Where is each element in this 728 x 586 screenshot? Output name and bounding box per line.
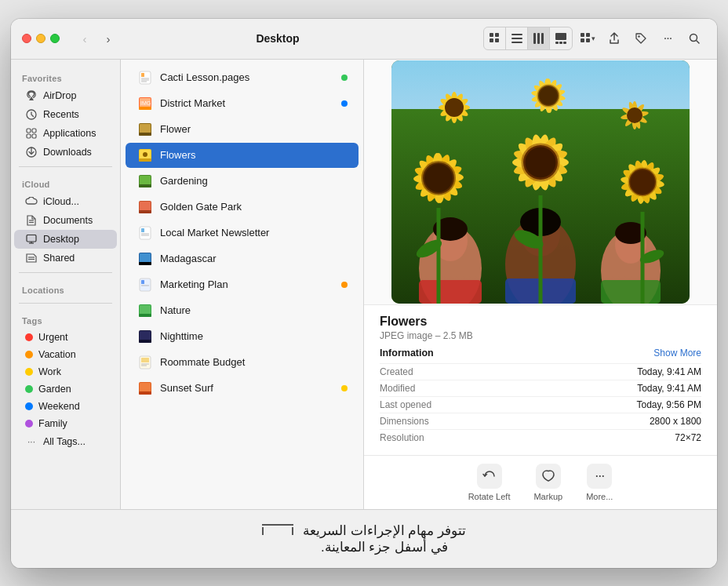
sidebar-item-family[interactable]: Family [14,415,117,432]
file-item-gardening[interactable]: Gardening [126,169,359,194]
svg-rect-6 [511,42,522,43]
sidebar-item-urgent[interactable]: Urgent [14,329,117,346]
svg-rect-55 [139,210,151,213]
madagascar-icon [136,250,154,268]
action-bar: Rotate Left Markup ··· More... [364,455,717,509]
recents-icon [25,108,38,121]
created-label: Created [380,366,413,377]
sidebar-item-shared[interactable]: Shared [14,249,117,268]
column-view-button[interactable] [528,27,550,49]
sidebar-item-garden[interactable]: Garden [14,380,117,398]
applications-icon [25,127,38,140]
file-item-nighttime[interactable]: Nighttime [126,324,359,349]
more-actions-icon: ··· [587,464,612,489]
airdrop-icon [25,89,38,102]
sidebar-item-applications[interactable]: Applications [14,124,117,143]
window-title: Desktop [78,32,477,45]
svg-rect-25 [32,134,36,138]
file-item-flowers[interactable]: Flowers [126,143,359,168]
file-item-district[interactable]: IMG District Market [126,91,359,116]
local-market-icon [136,224,154,242]
file-item-marketing[interactable]: Marketing Plan [126,272,359,297]
svg-rect-10 [555,33,566,40]
rotate-left-label: Rotate Left [468,492,511,501]
share-button[interactable] [602,27,626,49]
svg-rect-17 [586,38,590,42]
search-button[interactable] [682,27,706,49]
work-dot [25,368,33,376]
svg-point-85 [445,98,464,117]
svg-rect-35 [141,73,144,77]
group-button[interactable]: ▾ [576,27,599,49]
markup-button[interactable]: Markup [533,464,562,501]
callout-line: تتوفر مهام الإجراءات السريعة في أسفل جزء… [27,522,701,555]
more-actions-button[interactable]: ··· More... [586,464,613,501]
sidebar-item-documents[interactable]: Documents [14,211,117,230]
info-row-resolution: Resolution 72×72 [380,429,701,446]
sidebar-item-recents[interactable]: Recents [14,105,117,124]
maximize-button[interactable] [50,34,60,43]
svg-rect-0 [490,33,493,37]
more-options-button[interactable]: ··· [656,27,679,49]
sidebar-item-icloud[interactable]: iCloud... [14,192,117,211]
content-area: Favorites AirDrop [11,60,717,509]
cacti-name: Cacti Lesson.pages [160,71,335,83]
gardening-name: Gardening [160,175,348,187]
nature-name: Nature [160,304,348,316]
urgent-dot [25,333,33,341]
preview-panel: Flowers JPEG image – 2.5 MB Information … [364,60,717,509]
svg-rect-68 [139,314,151,317]
svg-rect-13 [563,42,566,44]
dimensions-label: Dimensions [380,416,429,427]
icon-view-button[interactable] [484,27,506,49]
marketing-badge [341,282,348,288]
file-item-golden-gate[interactable]: Golden Gate Park [126,195,359,220]
sidebar-item-desktop[interactable]: Desktop [14,230,117,249]
info-row-dimensions: Dimensions 2800 x 1800 [380,413,701,429]
golden-gate-name: Golden Gate Park [160,201,348,213]
file-item-nature[interactable]: Nature [126,298,359,323]
garden-label: Garden [38,384,71,395]
golden-gate-icon [136,198,154,216]
show-more-link[interactable]: Show More [653,348,701,359]
file-item-sunset[interactable]: Sunset Surf [126,376,359,401]
nighttime-icon [136,328,154,345]
minimize-button[interactable] [36,34,46,43]
file-item-local-market[interactable]: Local Market Newsletter [126,220,359,246]
sidebar-item-all-tags[interactable]: ··· All Tags... [14,432,117,451]
sunset-badge [341,385,348,391]
dimensions-value: 2800 x 1800 [650,416,701,427]
sidebar-divider-2 [19,272,112,273]
info-row-last-opened: Last opened Today, 9:56 PM [380,396,701,413]
svg-rect-9 [541,33,544,44]
close-button[interactable] [22,34,31,43]
roommate-icon [136,354,154,371]
sidebar-item-airdrop[interactable]: AirDrop [14,86,117,105]
sidebar-item-vacation[interactable]: Vacation [14,346,117,363]
sidebar-item-weekend[interactable]: Weekend [14,398,117,415]
file-item-flower[interactable]: Flower [126,117,359,142]
callout-text: تتوفر مهام الإجراءات السريعة في أسفل جزء… [303,522,466,555]
svg-rect-67 [140,305,151,315]
tag-button[interactable] [629,27,653,49]
vacation-label: Vacation [38,349,76,360]
rotate-left-button[interactable]: Rotate Left [468,464,511,501]
file-item-cacti[interactable]: Cacti Lesson.pages [126,65,359,90]
svg-rect-41 [139,107,151,110]
svg-text:IMG: IMG [140,100,151,106]
svg-rect-52 [139,184,151,187]
sidebar-item-work[interactable]: Work [14,363,117,380]
toolbar-right: ▾ ··· [483,27,706,50]
rotate-left-icon [477,464,502,489]
sidebar-item-downloads[interactable]: Downloads [14,143,117,162]
svg-rect-23 [32,129,36,133]
work-label: Work [38,366,61,377]
file-item-roommate[interactable]: Roommate Budget [126,350,359,375]
gallery-view-button[interactable] [550,27,572,49]
svg-rect-5 [511,38,522,39]
marketing-name: Marketing Plan [160,278,335,290]
list-view-button[interactable] [506,27,528,49]
locations-header: Locations [11,278,120,298]
markup-label: Markup [533,492,562,501]
file-item-madagascar[interactable]: Madagascar [126,246,359,271]
